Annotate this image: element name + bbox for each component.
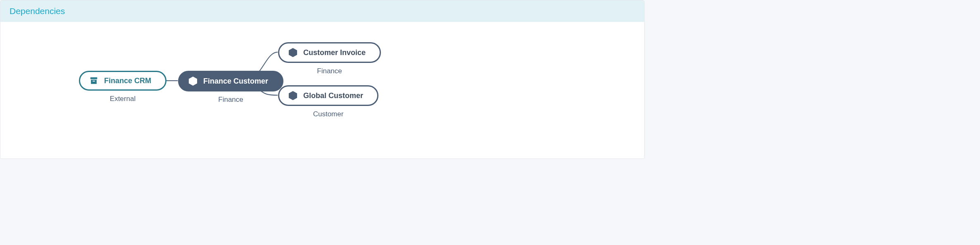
node-global-customer[interactable]: Global Customer Customer: [278, 85, 378, 118]
node-pill: Finance CRM: [79, 71, 167, 91]
dependency-diagram: Finance CRM External Finance Customer Fi…: [0, 22, 644, 159]
node-label: Global Customer: [303, 91, 363, 100]
svg-rect-0: [90, 77, 98, 79]
svg-marker-5: [289, 91, 297, 100]
dependencies-panel: Dependencies Finance CRM: [0, 0, 645, 159]
node-sublabel: External: [110, 95, 136, 103]
node-finance-customer[interactable]: Finance Customer Finance: [178, 71, 283, 104]
svg-rect-2: [93, 81, 95, 82]
panel-title: Dependencies: [10, 6, 635, 16]
node-sublabel: Customer: [313, 110, 344, 118]
node-pill: Customer Invoice: [278, 42, 381, 63]
hexagon-icon: [288, 48, 297, 58]
node-pill: Finance Customer: [178, 71, 283, 91]
node-customer-invoice[interactable]: Customer Invoice Finance: [278, 42, 381, 75]
archive-box-icon: [89, 76, 98, 85]
node-finance-crm[interactable]: Finance CRM External: [79, 71, 167, 103]
svg-rect-1: [91, 80, 97, 84]
node-label: Finance CRM: [104, 77, 151, 85]
svg-marker-4: [289, 48, 297, 57]
node-sublabel: Finance: [317, 67, 342, 75]
node-label: Finance Customer: [203, 77, 268, 86]
node-label: Customer Invoice: [303, 48, 366, 57]
node-pill: Global Customer: [278, 85, 378, 106]
svg-marker-3: [189, 77, 197, 86]
hexagon-icon: [188, 76, 197, 86]
panel-header: Dependencies: [0, 0, 644, 22]
node-sublabel: Finance: [218, 96, 243, 104]
hexagon-icon: [288, 91, 297, 101]
